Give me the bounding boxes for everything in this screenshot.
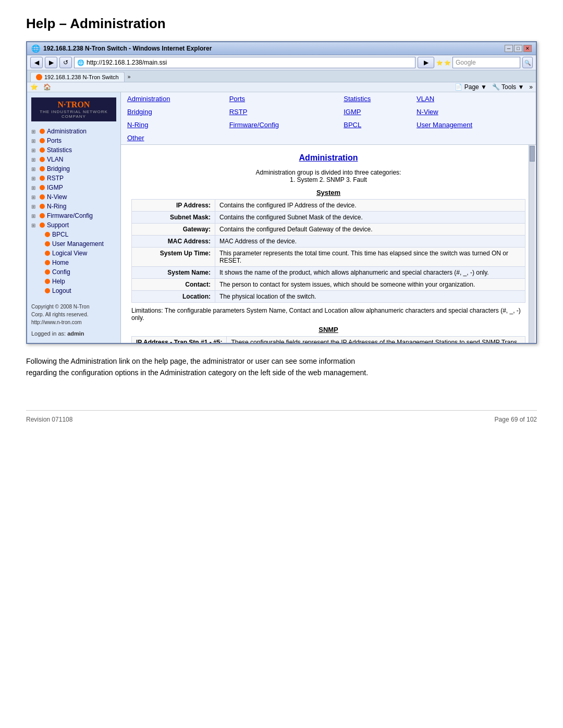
sidebar-label: Support [47,221,69,229]
menu-item-home[interactable]: 🏠 [43,83,51,91]
nav-link-bpcl[interactable]: BPCL [344,121,361,129]
menu-item-tools[interactable]: ⭐ [30,83,38,91]
browser-tab[interactable]: 192.168.1.238 N-Tron Switch [30,72,125,82]
nav-link-statistics[interactable]: Statistics [344,95,371,103]
scrollbar[interactable] [529,145,535,343]
field-name: IP Address - Trap Stn.#1 - #5: [132,337,227,343]
bullet-icon [40,138,45,143]
nav-link-user-management[interactable]: User Management [417,121,472,129]
sidebar-item-nring[interactable]: ⊞ N-Ring [31,202,116,211]
menu-tools[interactable]: 🔧 Tools ▼ [492,83,524,91]
bullet-icon [40,147,45,153]
nav-link-nring[interactable]: N-Ring [127,121,148,129]
help-limitations: Limitations: The configurable parameters… [131,307,525,322]
add-tab-button[interactable]: » [128,74,131,82]
sidebar-item-administration[interactable]: ⊞ Administration [31,127,116,136]
search-bar[interactable]: Google [452,57,520,68]
nav-link-ports[interactable]: Ports [229,95,245,103]
nav-link-rstp[interactable]: RSTP [229,108,248,116]
sidebar-item-support[interactable]: ⊞ Support [31,220,116,230]
field-desc: This parameter represents the total time… [215,248,525,267]
close-button[interactable]: ✕ [523,45,532,52]
bullet-icon [45,232,50,237]
forward-button[interactable]: ▶ [45,57,57,68]
sidebar-item-logout[interactable]: Logout [38,286,116,295]
scroll-thumb[interactable] [530,146,535,162]
search-text: Google [456,59,476,66]
field-desc: These configurable fields represent the … [227,337,525,343]
bullet-icon [40,204,45,209]
field-desc: The physical location of the switch. [215,291,525,303]
page-description: Following the Administration link on the… [26,355,495,379]
browser-titlebar-icons: ─ □ ✕ [505,45,532,52]
sidebar: N·TRON THE INDUSTRIAL NETWORK COMPANY ⊞ … [27,92,121,343]
browser-menubar: ⭐ 🏠 📄 Page ▼ 🔧 Tools ▼ » [27,82,536,92]
sidebar-label: Logout [52,287,71,294]
menu-extra[interactable]: » [529,83,533,91]
sidebar-item-logical-view[interactable]: Logical View [38,249,116,258]
sidebar-item-bpcl[interactable]: BPCL [38,230,116,239]
table-row: MAC Address: MAC Address of the device. [132,236,525,248]
browser-window: 🌐 192.168.1.238 N-Tron Switch - Windows … [26,41,537,344]
field-desc: Contains the configured Subnet Mask of t… [215,212,525,224]
field-name: Subnet Mask: [132,212,215,224]
field-name: MAC Address: [132,236,215,248]
snmp-fields-table: IP Address - Trap Stn.#1 - #5: These con… [131,336,525,343]
bullet-icon [45,260,50,265]
field-desc: It shows the name of the product, which … [215,267,525,279]
field-desc: The person to contact for system issues,… [215,279,525,291]
sidebar-item-home[interactable]: Home [38,258,116,267]
nav-link-nview[interactable]: N-View [417,108,438,116]
sidebar-label: Bridging [47,165,70,172]
logo: N·TRON THE INDUSTRIAL NETWORK COMPANY [31,97,116,121]
nav-link-bridging[interactable]: Bridging [127,108,152,116]
bullet-icon [40,129,45,134]
browser-titlebar-left: 🌐 192.168.1.238 N-Tron Switch - Windows … [31,44,212,53]
table-row: IP Address: Contains the configured IP A… [132,200,525,212]
nav-link-administration[interactable]: Administration [127,95,170,103]
field-desc: Contains the configured IP Address of th… [215,200,525,212]
sidebar-item-rstp[interactable]: ⊞ RSTP [31,174,116,183]
sidebar-item-igmp[interactable]: ⊞ IGMP [31,183,116,192]
maximize-button[interactable]: □ [514,45,522,52]
sidebar-item-config[interactable]: Config [38,267,116,277]
bullet-icon [40,185,45,190]
minimize-button[interactable]: ─ [505,45,513,52]
address-bar[interactable]: 🌐 http://192.168.1.238/main.ssi [74,57,415,68]
nav-link-firmware[interactable]: Firmware/Config [229,121,279,129]
refresh-button[interactable]: ↺ [59,57,72,68]
nav-link-igmp[interactable]: IGMP [344,108,361,116]
field-desc: Contains the configured Default Gateway … [215,224,525,236]
back-button[interactable]: ◀ [30,57,43,68]
sidebar-item-firmware[interactable]: ⊞ Firmware/Config [31,211,116,220]
table-row: System Up Time: This parameter represent… [132,248,525,267]
tab-bar: 192.168.1.238 N-Tron Switch » [27,70,536,82]
table-row: Gateway: Contains the configured Default… [132,224,525,236]
nav-link-other[interactable]: Other [127,134,144,142]
menu-page[interactable]: 📄 Page ▼ [455,83,487,91]
sidebar-login: Logged in as: admin [31,330,116,337]
sidebar-item-ports[interactable]: ⊞ Ports [31,136,116,145]
sidebar-item-vlan[interactable]: ⊞ VLAN [31,155,116,164]
bullet-icon [45,279,50,284]
url-text: http://192.168.1.238/main.ssi [87,59,167,66]
help-content-area: Administration Administration group is d… [121,145,536,343]
table-row: Location: The physical location of the s… [132,291,525,303]
sidebar-item-user-management[interactable]: User Management [38,239,116,249]
expand-icon: ⊞ [31,129,38,134]
table-row: Subnet Mask: Contains the configured Sub… [132,212,525,224]
sidebar-item-bridging[interactable]: ⊞ Bridging [31,164,116,174]
sidebar-item-nview[interactable]: ⊞ N-View [31,192,116,202]
nav-table: Administration Ports Statistics VLAN Bri… [121,92,536,145]
nav-link-vlan[interactable]: VLAN [417,95,434,103]
sidebar-label: Help [52,278,65,285]
sidebar-label: RSTP [47,175,64,182]
sidebar-copyright: Copyright © 2008 N-TronCorp. All rights … [31,303,116,326]
sidebar-item-help[interactable]: Help [38,277,116,286]
search-button[interactable]: 🔍 [522,57,533,68]
go-button[interactable]: ▶ [418,57,434,68]
sidebar-item-statistics[interactable]: ⊞ Statistics [31,145,116,155]
expand-icon: ⊞ [31,185,38,191]
field-desc: MAC Address of the device. [215,236,525,248]
expand-icon: ⊞ [31,223,38,228]
